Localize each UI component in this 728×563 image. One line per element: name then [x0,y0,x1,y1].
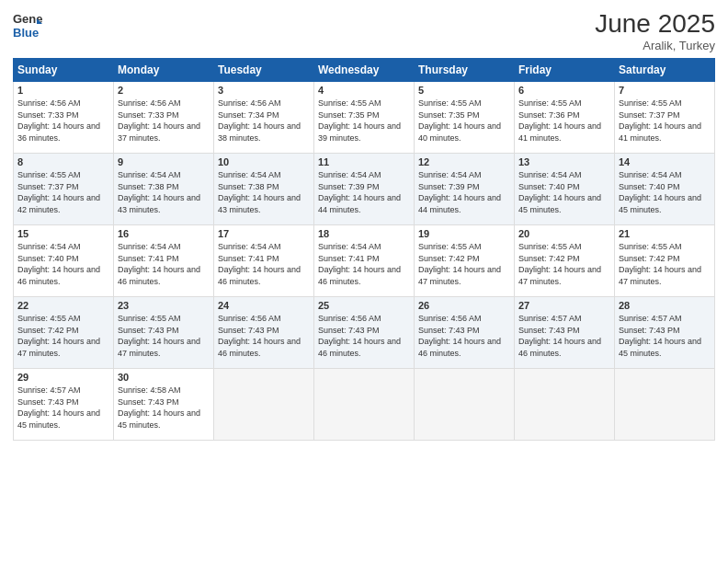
calendar-cell: 13Sunrise: 4:54 AMSunset: 7:40 PMDayligh… [515,154,615,225]
calendar-cell: 25Sunrise: 4:56 AMSunset: 7:43 PMDayligh… [314,297,415,369]
svg-text:Blue: Blue [13,26,39,40]
calendar-cell: 26Sunrise: 4:56 AMSunset: 7:43 PMDayligh… [415,297,515,369]
day-number: 3 [218,85,310,96]
day-info: Sunrise: 4:54 AMSunset: 7:41 PMDaylight:… [218,241,310,287]
col-header-friday: Friday [515,59,615,82]
day-number: 10 [218,156,310,167]
day-info: Sunrise: 4:57 AMSunset: 7:43 PMDaylight:… [619,313,711,359]
day-number: 8 [17,156,109,167]
day-number: 16 [118,228,210,239]
day-number: 1 [17,85,109,96]
calendar-cell: 23Sunrise: 4:55 AMSunset: 7:43 PMDayligh… [114,297,214,369]
calendar-cell: 22Sunrise: 4:55 AMSunset: 7:42 PMDayligh… [14,297,114,369]
day-info: Sunrise: 4:54 AMSunset: 7:39 PMDaylight:… [318,169,410,215]
day-info: Sunrise: 4:54 AMSunset: 7:38 PMDaylight:… [218,169,310,215]
calendar-cell: 5Sunrise: 4:55 AMSunset: 7:35 PMDaylight… [415,82,515,154]
day-number: 17 [218,228,310,239]
calendar-cell: 10Sunrise: 4:54 AMSunset: 7:38 PMDayligh… [214,154,314,225]
day-info: Sunrise: 4:54 AMSunset: 7:40 PMDaylight:… [518,169,610,215]
calendar-cell: 2Sunrise: 4:56 AMSunset: 7:33 PMDaylight… [114,82,214,154]
calendar-cell: 11Sunrise: 4:54 AMSunset: 7:39 PMDayligh… [314,154,415,225]
day-info: Sunrise: 4:54 AMSunset: 7:39 PMDaylight:… [418,169,510,215]
calendar-cell: 7Sunrise: 4:55 AMSunset: 7:37 PMDaylight… [615,82,715,154]
day-info: Sunrise: 4:55 AMSunset: 7:43 PMDaylight:… [118,313,210,359]
day-info: Sunrise: 4:55 AMSunset: 7:37 PMDaylight:… [17,169,109,215]
day-number: 20 [518,228,610,239]
day-info: Sunrise: 4:56 AMSunset: 7:43 PMDaylight:… [218,313,310,359]
calendar-cell: 18Sunrise: 4:54 AMSunset: 7:41 PMDayligh… [314,225,415,297]
calendar-cell: 28Sunrise: 4:57 AMSunset: 7:43 PMDayligh… [615,297,715,369]
calendar-cell: 14Sunrise: 4:54 AMSunset: 7:40 PMDayligh… [615,154,715,225]
day-info: Sunrise: 4:56 AMSunset: 7:33 PMDaylight:… [118,98,210,144]
day-number: 13 [518,156,610,167]
calendar-cell: 16Sunrise: 4:54 AMSunset: 7:41 PMDayligh… [114,225,214,297]
calendar-cell: 29Sunrise: 4:57 AMSunset: 7:43 PMDayligh… [14,369,114,441]
col-header-wednesday: Wednesday [314,59,415,82]
day-info: Sunrise: 4:55 AMSunset: 7:42 PMDaylight:… [418,241,510,287]
day-info: Sunrise: 4:58 AMSunset: 7:43 PMDaylight:… [118,385,210,431]
day-number: 23 [118,300,210,311]
calendar-cell: 30Sunrise: 4:58 AMSunset: 7:43 PMDayligh… [114,369,214,441]
logo-svg: GeneralBlue [13,9,42,42]
day-number: 11 [318,156,410,167]
day-number: 27 [518,300,610,311]
col-header-sunday: Sunday [14,59,114,82]
calendar-cell: 20Sunrise: 4:55 AMSunset: 7:42 PMDayligh… [515,225,615,297]
day-number: 9 [118,156,210,167]
day-number: 26 [418,300,510,311]
day-number: 12 [418,156,510,167]
day-info: Sunrise: 4:57 AMSunset: 7:43 PMDaylight:… [17,385,109,431]
calendar-cell: 4Sunrise: 4:55 AMSunset: 7:35 PMDaylight… [314,82,415,154]
day-info: Sunrise: 4:54 AMSunset: 7:40 PMDaylight:… [619,169,711,215]
day-number: 14 [619,156,711,167]
day-info: Sunrise: 4:55 AMSunset: 7:35 PMDaylight:… [318,98,410,144]
col-header-monday: Monday [114,59,214,82]
week-row-1: 1Sunrise: 4:56 AMSunset: 7:33 PMDaylight… [14,82,715,154]
day-number: 21 [619,228,711,239]
day-number: 24 [218,300,310,311]
header-row: SundayMondayTuesdayWednesdayThursdayFrid… [14,59,715,82]
day-number: 18 [318,228,410,239]
calendar-cell [314,369,415,441]
calendar: SundayMondayTuesdayWednesdayThursdayFrid… [13,58,715,441]
day-number: 28 [619,300,711,311]
calendar-cell [515,369,615,441]
calendar-cell: 24Sunrise: 4:56 AMSunset: 7:43 PMDayligh… [214,297,314,369]
day-info: Sunrise: 4:55 AMSunset: 7:36 PMDaylight:… [518,98,610,144]
day-number: 7 [619,85,711,96]
day-info: Sunrise: 4:55 AMSunset: 7:37 PMDaylight:… [619,98,711,144]
calendar-cell: 8Sunrise: 4:55 AMSunset: 7:37 PMDaylight… [14,154,114,225]
week-row-5: 29Sunrise: 4:57 AMSunset: 7:43 PMDayligh… [14,369,715,441]
week-row-4: 22Sunrise: 4:55 AMSunset: 7:42 PMDayligh… [14,297,715,369]
calendar-cell: 19Sunrise: 4:55 AMSunset: 7:42 PMDayligh… [415,225,515,297]
calendar-cell: 15Sunrise: 4:54 AMSunset: 7:40 PMDayligh… [14,225,114,297]
calendar-cell [415,369,515,441]
calendar-cell: 3Sunrise: 4:56 AMSunset: 7:34 PMDaylight… [214,82,314,154]
day-info: Sunrise: 4:54 AMSunset: 7:41 PMDaylight:… [318,241,410,287]
calendar-cell: 17Sunrise: 4:54 AMSunset: 7:41 PMDayligh… [214,225,314,297]
day-info: Sunrise: 4:56 AMSunset: 7:34 PMDaylight:… [218,98,310,144]
header: GeneralBlue June 2025 Aralik, Turkey [13,9,715,52]
week-row-3: 15Sunrise: 4:54 AMSunset: 7:40 PMDayligh… [14,225,715,297]
day-info: Sunrise: 4:54 AMSunset: 7:41 PMDaylight:… [118,241,210,287]
week-row-2: 8Sunrise: 4:55 AMSunset: 7:37 PMDaylight… [14,154,715,225]
day-number: 30 [118,372,210,383]
day-info: Sunrise: 4:56 AMSunset: 7:43 PMDaylight:… [318,313,410,359]
month-year: June 2025 [595,9,715,39]
calendar-cell: 27Sunrise: 4:57 AMSunset: 7:43 PMDayligh… [515,297,615,369]
day-info: Sunrise: 4:55 AMSunset: 7:42 PMDaylight:… [17,313,109,359]
day-number: 29 [17,372,109,383]
day-info: Sunrise: 4:54 AMSunset: 7:38 PMDaylight:… [118,169,210,215]
day-number: 5 [418,85,510,96]
day-number: 2 [118,85,210,96]
calendar-cell: 6Sunrise: 4:55 AMSunset: 7:36 PMDaylight… [515,82,615,154]
day-number: 6 [518,85,610,96]
day-number: 25 [318,300,410,311]
col-header-thursday: Thursday [415,59,515,82]
page: GeneralBlue June 2025 Aralik, Turkey Sun… [0,0,728,563]
day-number: 22 [17,300,109,311]
day-info: Sunrise: 4:54 AMSunset: 7:40 PMDaylight:… [17,241,109,287]
calendar-cell: 21Sunrise: 4:55 AMSunset: 7:42 PMDayligh… [615,225,715,297]
title-block: June 2025 Aralik, Turkey [595,9,715,52]
calendar-cell [615,369,715,441]
